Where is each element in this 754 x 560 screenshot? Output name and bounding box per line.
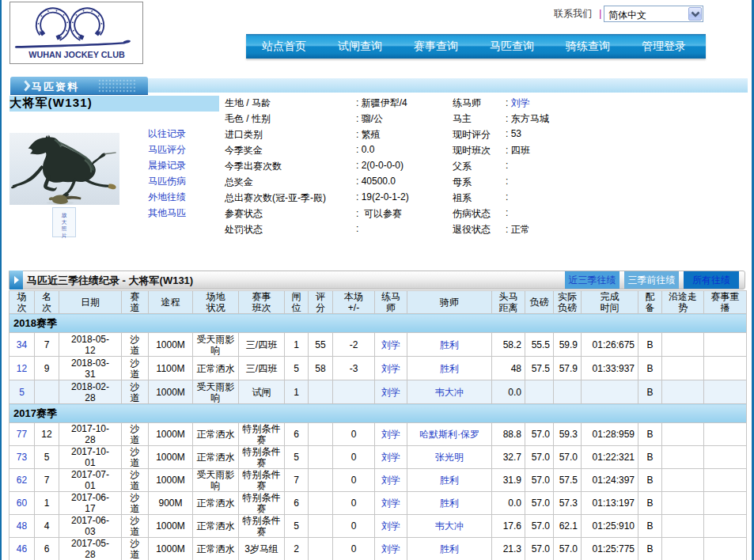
- svg-text:WUHAN JOCKEY CLUB: WUHAN JOCKEY CLUB: [28, 50, 125, 59]
